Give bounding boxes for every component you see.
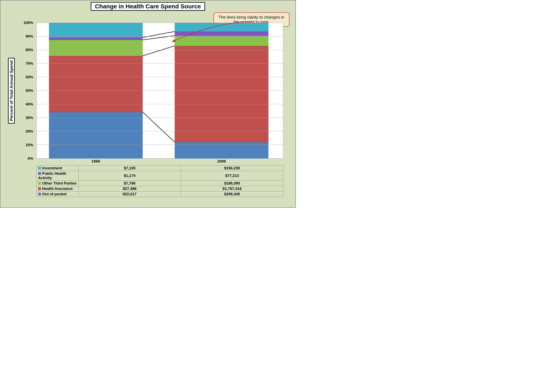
- legend-label: Health Insurance: [37, 186, 78, 191]
- plot-region: Percent of Total Annual Spend 0%10%20%30…: [36, 23, 283, 158]
- chart-title: Change in Health Care Spend Source: [91, 2, 205, 11]
- gridline: [37, 50, 283, 50]
- data-table: Investment$7,105$156,230Public Health Ac…: [36, 165, 283, 197]
- x-category-1969: 1969: [49, 158, 143, 164]
- gridline: [37, 131, 283, 131]
- table-cell: $299,345: [181, 191, 283, 197]
- bar-segment: [175, 46, 268, 142]
- table-cell: $156,230: [181, 166, 283, 171]
- bar-segment: [49, 40, 143, 56]
- plot-area: 1969 2009: [36, 23, 283, 158]
- table-cell: $27,488: [78, 186, 181, 191]
- table-row: Out of pocket$22,617$299,345: [37, 191, 283, 197]
- y-tick-label: 10%: [26, 143, 35, 147]
- legend-label: Out of pocket: [37, 191, 78, 197]
- y-tick-label: 40%: [26, 102, 35, 106]
- connector-line: [143, 31, 175, 38]
- bar-segment: [175, 23, 268, 31]
- y-axis-title: Percent of Total Annual Spend: [8, 58, 15, 123]
- data-table-body: Investment$7,105$156,230Public Health Ac…: [37, 166, 283, 197]
- table-cell: $1,174: [78, 171, 181, 181]
- bar-segment: [49, 56, 143, 112]
- bar-segment: [49, 38, 143, 40]
- legend-swatch-icon: [38, 193, 41, 196]
- table-cell: $7,105: [78, 166, 181, 171]
- table-row: Health Insurance$27,488$1,767,416: [37, 186, 283, 191]
- bar-segment: [175, 36, 268, 46]
- legend-label: Public Health Activity: [37, 171, 78, 181]
- y-tick-label: 50%: [26, 89, 35, 93]
- table-cell: $22,617: [78, 191, 181, 197]
- gridline: [37, 77, 283, 77]
- gridline: [37, 90, 283, 91]
- gridline: [37, 144, 283, 145]
- bar-segment: [49, 23, 143, 38]
- table-cell: $186,090: [181, 181, 283, 186]
- bar-1969: [49, 23, 143, 158]
- table-row: Public Health Activity$1,174$77,213: [37, 171, 283, 181]
- gridline: [37, 23, 283, 23]
- legend-swatch-icon: [38, 182, 41, 185]
- y-tick-label: 0%: [28, 156, 35, 161]
- gridline: [37, 36, 283, 37]
- y-tick-label: 100%: [23, 21, 35, 25]
- table-cell: $7,788: [78, 181, 181, 186]
- y-tick-label: 20%: [26, 129, 35, 134]
- legend-label: Investment: [37, 166, 78, 171]
- chart-container: Change in Health Care Spend Source The l…: [0, 0, 296, 208]
- y-tick-label: 80%: [26, 48, 35, 52]
- y-tick-label: 30%: [26, 116, 35, 120]
- legend-label: Other Third Parties: [37, 181, 78, 186]
- bars-layer: [37, 23, 283, 158]
- table-cell: $1,767,416: [181, 186, 283, 191]
- bar-segment: [49, 112, 143, 158]
- legend-swatch-icon: [38, 187, 41, 190]
- y-tick-label: 70%: [26, 61, 35, 66]
- y-tick-label: 60%: [26, 75, 35, 79]
- x-category-2009: 2009: [175, 158, 268, 164]
- table-row: Investment$7,105$156,230: [37, 166, 283, 171]
- table-cell: $77,213: [181, 171, 283, 181]
- gridline: [37, 118, 283, 118]
- legend-swatch-icon: [38, 172, 41, 175]
- y-tick-label: 90%: [26, 34, 35, 38]
- bar-segment: [175, 31, 268, 36]
- connector-line: [143, 46, 175, 56]
- legend-swatch-icon: [38, 167, 41, 170]
- gridline: [37, 104, 283, 104]
- connector-line: [143, 112, 175, 142]
- bar-2009: [175, 23, 268, 158]
- table-row: Other Third Parties$7,788$186,090: [37, 181, 283, 186]
